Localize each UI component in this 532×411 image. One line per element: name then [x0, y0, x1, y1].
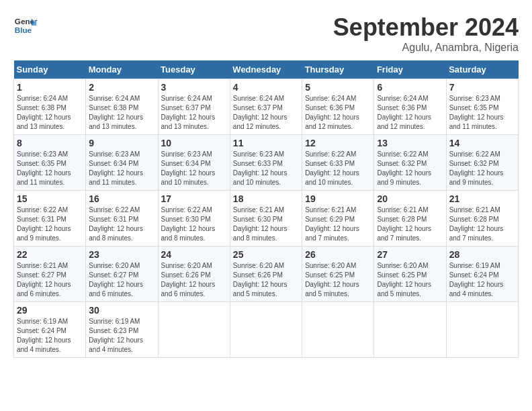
calendar-row: 22 Sunrise: 6:21 AM Sunset: 6:27 PM Dayl… — [14, 246, 519, 302]
day-number: 9 — [89, 138, 154, 148]
header-sunday: Sunday — [14, 60, 86, 79]
table-cell: 15 Sunrise: 6:22 AM Sunset: 6:31 PM Dayl… — [14, 191, 86, 246]
header-saturday: Saturday — [446, 60, 518, 79]
table-cell: 21 Sunrise: 6:21 AM Sunset: 6:28 PM Dayl… — [446, 191, 518, 246]
table-cell: 18 Sunrise: 6:21 AM Sunset: 6:30 PM Dayl… — [230, 191, 302, 246]
day-info: Sunrise: 6:22 AM Sunset: 6:32 PM Dayligh… — [377, 150, 443, 187]
table-cell: 19 Sunrise: 6:21 AM Sunset: 6:29 PM Dayl… — [302, 191, 374, 246]
day-number: 15 — [17, 193, 83, 204]
day-number: 23 — [89, 249, 154, 260]
day-number: 4 — [233, 82, 299, 93]
day-info: Sunrise: 6:19 AM Sunset: 6:23 PM Dayligh… — [89, 317, 154, 355]
day-info: Sunrise: 6:23 AM Sunset: 6:34 PM Dayligh… — [89, 150, 154, 187]
day-number: 29 — [17, 305, 83, 316]
day-info: Sunrise: 6:20 AM Sunset: 6:26 PM Dayligh… — [233, 261, 299, 299]
day-info: Sunrise: 6:22 AM Sunset: 6:31 PM Dayligh… — [17, 205, 83, 243]
day-number: 26 — [305, 249, 371, 260]
day-info: Sunrise: 6:20 AM Sunset: 6:25 PM Dayligh… — [377, 261, 443, 299]
day-number: 22 — [17, 249, 83, 260]
header-friday: Friday — [374, 60, 446, 79]
location-title: Agulu, Anambra, Nigeria — [333, 42, 519, 54]
table-cell: 6 Sunrise: 6:24 AM Sunset: 6:36 PM Dayli… — [374, 79, 446, 135]
table-cell — [230, 302, 302, 358]
calendar-table: Sunday Monday Tuesday Wednesday Thursday… — [13, 60, 519, 358]
day-number: 30 — [89, 305, 154, 316]
day-info: Sunrise: 6:20 AM Sunset: 6:25 PM Dayligh… — [305, 261, 371, 299]
day-number: 14 — [449, 138, 515, 148]
day-number: 24 — [161, 249, 227, 260]
title-section: September 2024 Agulu, Anambra, Nigeria — [333, 13, 519, 54]
day-info: Sunrise: 6:22 AM Sunset: 6:30 PM Dayligh… — [161, 205, 227, 243]
day-info: Sunrise: 6:24 AM Sunset: 6:38 PM Dayligh… — [17, 94, 83, 132]
day-number: 28 — [449, 249, 515, 260]
calendar-row: 8 Sunrise: 6:23 AM Sunset: 6:35 PM Dayli… — [14, 135, 519, 191]
table-cell: 13 Sunrise: 6:22 AM Sunset: 6:32 PM Dayl… — [374, 135, 446, 191]
table-cell: 16 Sunrise: 6:22 AM Sunset: 6:31 PM Dayl… — [86, 191, 158, 246]
day-number: 13 — [377, 138, 443, 148]
table-cell: 30 Sunrise: 6:19 AM Sunset: 6:23 PM Dayl… — [86, 302, 158, 358]
day-info: Sunrise: 6:23 AM Sunset: 6:33 PM Dayligh… — [233, 150, 299, 187]
day-info: Sunrise: 6:23 AM Sunset: 6:35 PM Dayligh… — [449, 94, 515, 132]
header-wednesday: Wednesday — [230, 60, 302, 79]
day-info: Sunrise: 6:24 AM Sunset: 6:37 PM Dayligh… — [233, 94, 299, 132]
svg-text:Blue: Blue — [15, 26, 32, 34]
day-number: 7 — [449, 82, 515, 93]
day-info: Sunrise: 6:21 AM Sunset: 6:29 PM Dayligh… — [305, 205, 371, 243]
day-number: 18 — [233, 193, 299, 204]
day-info: Sunrise: 6:24 AM Sunset: 6:37 PM Dayligh… — [161, 94, 227, 132]
day-info: Sunrise: 6:24 AM Sunset: 6:36 PM Dayligh… — [377, 94, 443, 132]
day-number: 2 — [89, 82, 154, 93]
day-number: 17 — [161, 193, 227, 204]
calendar-row: 1 Sunrise: 6:24 AM Sunset: 6:38 PM Dayli… — [14, 79, 519, 135]
day-number: 1 — [17, 82, 83, 93]
table-cell: 2 Sunrise: 6:24 AM Sunset: 6:38 PM Dayli… — [86, 79, 158, 135]
day-number: 20 — [377, 193, 443, 204]
table-cell — [374, 302, 446, 358]
day-info: Sunrise: 6:21 AM Sunset: 6:28 PM Dayligh… — [377, 205, 443, 243]
table-cell: 27 Sunrise: 6:20 AM Sunset: 6:25 PM Dayl… — [374, 246, 446, 302]
logo-icon: General Blue — [13, 13, 38, 38]
day-info: Sunrise: 6:19 AM Sunset: 6:24 PM Dayligh… — [17, 317, 83, 355]
table-cell: 9 Sunrise: 6:23 AM Sunset: 6:34 PM Dayli… — [86, 135, 158, 191]
day-info: Sunrise: 6:23 AM Sunset: 6:34 PM Dayligh… — [161, 150, 227, 187]
header-monday: Monday — [86, 60, 158, 79]
table-cell: 11 Sunrise: 6:23 AM Sunset: 6:33 PM Dayl… — [230, 135, 302, 191]
header-thursday: Thursday — [302, 60, 374, 79]
day-info: Sunrise: 6:21 AM Sunset: 6:30 PM Dayligh… — [233, 205, 299, 243]
table-cell: 26 Sunrise: 6:20 AM Sunset: 6:25 PM Dayl… — [302, 246, 374, 302]
day-number: 8 — [17, 138, 83, 148]
day-info: Sunrise: 6:20 AM Sunset: 6:26 PM Dayligh… — [161, 261, 227, 299]
day-number: 10 — [161, 138, 227, 148]
day-number: 27 — [377, 249, 443, 260]
day-info: Sunrise: 6:24 AM Sunset: 6:36 PM Dayligh… — [305, 94, 371, 132]
table-cell: 28 Sunrise: 6:19 AM Sunset: 6:24 PM Dayl… — [446, 246, 518, 302]
table-cell: 7 Sunrise: 6:23 AM Sunset: 6:35 PM Dayli… — [446, 79, 518, 135]
day-number: 21 — [449, 193, 515, 204]
table-cell: 22 Sunrise: 6:21 AM Sunset: 6:27 PM Dayl… — [14, 246, 86, 302]
table-cell: 8 Sunrise: 6:23 AM Sunset: 6:35 PM Dayli… — [14, 135, 86, 191]
table-cell: 24 Sunrise: 6:20 AM Sunset: 6:26 PM Dayl… — [158, 246, 230, 302]
table-cell: 25 Sunrise: 6:20 AM Sunset: 6:26 PM Dayl… — [230, 246, 302, 302]
logo: General Blue — [13, 13, 38, 38]
day-number: 16 — [89, 193, 154, 204]
day-info: Sunrise: 6:22 AM Sunset: 6:32 PM Dayligh… — [449, 150, 515, 187]
day-number: 25 — [233, 249, 299, 260]
table-cell — [302, 302, 374, 358]
header-tuesday: Tuesday — [158, 60, 230, 79]
day-info: Sunrise: 6:19 AM Sunset: 6:24 PM Dayligh… — [449, 261, 515, 299]
header-row: Sunday Monday Tuesday Wednesday Thursday… — [14, 60, 519, 79]
table-cell: 14 Sunrise: 6:22 AM Sunset: 6:32 PM Dayl… — [446, 135, 518, 191]
day-number: 11 — [233, 138, 299, 148]
day-number: 12 — [305, 138, 371, 148]
day-info: Sunrise: 6:23 AM Sunset: 6:35 PM Dayligh… — [17, 150, 83, 187]
page-header: General Blue September 2024 Agulu, Anamb… — [13, 13, 519, 54]
table-cell: 3 Sunrise: 6:24 AM Sunset: 6:37 PM Dayli… — [158, 79, 230, 135]
table-cell: 17 Sunrise: 6:22 AM Sunset: 6:30 PM Dayl… — [158, 191, 230, 246]
calendar-row: 15 Sunrise: 6:22 AM Sunset: 6:31 PM Dayl… — [14, 191, 519, 246]
table-cell: 5 Sunrise: 6:24 AM Sunset: 6:36 PM Dayli… — [302, 79, 374, 135]
month-title: September 2024 — [333, 13, 519, 42]
table-cell: 10 Sunrise: 6:23 AM Sunset: 6:34 PM Dayl… — [158, 135, 230, 191]
day-number: 19 — [305, 193, 371, 204]
table-cell: 12 Sunrise: 6:22 AM Sunset: 6:33 PM Dayl… — [302, 135, 374, 191]
table-cell — [446, 302, 518, 358]
